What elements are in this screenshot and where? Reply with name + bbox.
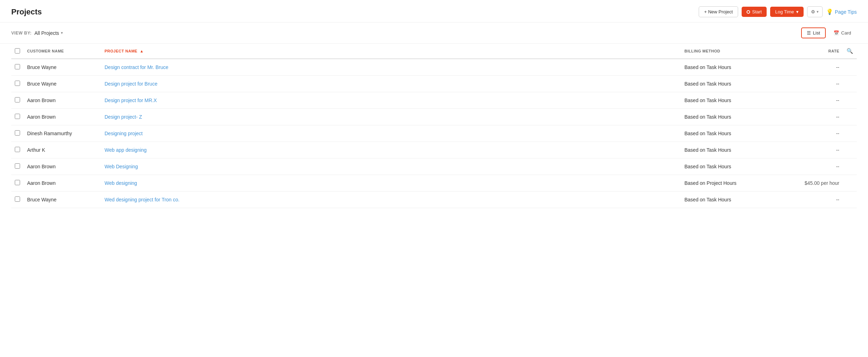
row-checkbox-cell[interactable]	[11, 175, 24, 192]
log-time-caret-icon: ▾	[796, 9, 799, 14]
row-checkbox-3[interactable]	[15, 114, 20, 119]
project-name-cell[interactable]: Design project for Bruce	[101, 76, 681, 92]
row-action-cell	[843, 59, 857, 76]
table-row: Aaron Brown Web designing Based on Proje…	[11, 175, 857, 192]
customer-name-cell: Arthur K	[24, 142, 101, 158]
select-all-checkbox-header[interactable]	[11, 44, 24, 59]
project-link[interactable]: Design contract for Mr. Bruce	[105, 64, 168, 70]
project-link[interactable]: Design project for MR.X	[105, 98, 157, 103]
search-icon[interactable]: 🔍	[847, 48, 854, 54]
rate-cell: --	[787, 59, 843, 76]
table-row: Dinesh Ramamurthy Designing project Base…	[11, 125, 857, 142]
search-icon-header[interactable]: 🔍	[843, 44, 857, 59]
view-buttons: ☰ List 📅 Card	[801, 27, 857, 38]
row-checkbox-cell[interactable]	[11, 109, 24, 125]
new-project-button[interactable]: + New Project	[699, 6, 738, 17]
rate-cell: --	[787, 76, 843, 92]
customer-name-header: Customer Name	[24, 44, 101, 59]
select-all-checkbox[interactable]	[15, 48, 20, 54]
project-name-cell[interactable]: Design project for MR.X	[101, 92, 681, 109]
row-checkbox-4[interactable]	[15, 130, 20, 136]
all-projects-dropdown[interactable]: All Projects ▾	[34, 30, 63, 36]
table-row: Arthur K Web app designing Based on Task…	[11, 142, 857, 158]
projects-table-container: Customer Name Project Name ▲ Billing Met…	[0, 44, 868, 208]
project-name-cell[interactable]: Wed designing project for Tron co.	[101, 192, 681, 208]
row-checkbox-cell[interactable]	[11, 76, 24, 92]
row-checkbox-7[interactable]	[15, 180, 20, 185]
customer-name-cell: Bruce Wayne	[24, 59, 101, 76]
rate-header: Rate	[787, 44, 843, 59]
table-row: Aaron Brown Design project for MR.X Base…	[11, 92, 857, 109]
rate-cell: --	[787, 92, 843, 109]
rate-cell: --	[787, 192, 843, 208]
billing-method-header: Billing Method	[681, 44, 787, 59]
view-by-label: VIEW BY:	[11, 31, 32, 36]
settings-button[interactable]: ⚙ ▾	[807, 6, 823, 17]
toolbar: VIEW BY: All Projects ▾ ☰ List 📅 Card	[0, 23, 868, 44]
row-checkbox-cell[interactable]	[11, 158, 24, 175]
customer-name-cell: Aaron Brown	[24, 92, 101, 109]
log-time-button[interactable]: Log Time ▾	[770, 7, 803, 17]
view-by-section: VIEW BY: All Projects ▾	[11, 30, 63, 36]
row-checkbox-5[interactable]	[15, 147, 20, 152]
card-view-button[interactable]: 📅 Card	[828, 27, 857, 38]
project-link[interactable]: Web Designing	[105, 164, 138, 169]
billing-method-cell: Based on Task Hours	[681, 59, 787, 76]
project-name-header[interactable]: Project Name ▲	[101, 44, 681, 59]
table-row: Bruce Wayne Design project for Bruce Bas…	[11, 76, 857, 92]
table-row: Aaron Brown Design project- Z Based on T…	[11, 109, 857, 125]
project-name-cell[interactable]: Web designing	[101, 175, 681, 192]
start-timer-icon	[747, 10, 750, 14]
table-header-row: Customer Name Project Name ▲ Billing Met…	[11, 44, 857, 59]
projects-table: Customer Name Project Name ▲ Billing Met…	[11, 44, 857, 208]
row-checkbox-cell[interactable]	[11, 125, 24, 142]
page-tips-button[interactable]: 💡 Page Tips	[826, 8, 857, 15]
project-name-cell[interactable]: Web app designing	[101, 142, 681, 158]
customer-name-cell: Aaron Brown	[24, 175, 101, 192]
settings-caret-icon: ▾	[817, 10, 819, 14]
row-checkbox-cell[interactable]	[11, 59, 24, 76]
project-link[interactable]: Web designing	[105, 180, 137, 186]
project-link[interactable]: Web app designing	[105, 147, 147, 153]
gear-icon: ⚙	[811, 9, 815, 14]
list-view-button[interactable]: ☰ List	[801, 27, 826, 38]
billing-method-cell: Based on Task Hours	[681, 92, 787, 109]
billing-method-cell: Based on Task Hours	[681, 158, 787, 175]
row-checkbox-cell[interactable]	[11, 142, 24, 158]
row-action-cell	[843, 158, 857, 175]
customer-name-cell: Aaron Brown	[24, 158, 101, 175]
row-checkbox-6[interactable]	[15, 163, 20, 169]
header-actions: + New Project Start Log Time ▾ ⚙ ▾ 💡 Pag…	[699, 6, 857, 17]
page-title: Projects	[11, 7, 42, 17]
customer-name-cell: Dinesh Ramamurthy	[24, 125, 101, 142]
billing-method-cell: Based on Task Hours	[681, 76, 787, 92]
project-name-cell[interactable]: Design contract for Mr. Bruce	[101, 59, 681, 76]
project-link[interactable]: Design project- Z	[105, 114, 142, 120]
row-action-cell	[843, 92, 857, 109]
rate-cell: --	[787, 125, 843, 142]
start-button[interactable]: Start	[742, 7, 767, 17]
customer-name-cell: Bruce Wayne	[24, 76, 101, 92]
row-checkbox-0[interactable]	[15, 64, 20, 69]
billing-method-cell: Based on Project Hours	[681, 175, 787, 192]
project-name-cell[interactable]: Design project- Z	[101, 109, 681, 125]
rate-cell: --	[787, 158, 843, 175]
row-action-cell	[843, 142, 857, 158]
row-checkbox-2[interactable]	[15, 97, 20, 102]
project-name-cell[interactable]: Web Designing	[101, 158, 681, 175]
billing-method-cell: Based on Task Hours	[681, 125, 787, 142]
row-action-cell	[843, 76, 857, 92]
row-checkbox-1[interactable]	[15, 81, 20, 86]
row-checkbox-cell[interactable]	[11, 192, 24, 208]
project-name-cell[interactable]: Designing project	[101, 125, 681, 142]
row-checkbox-8[interactable]	[15, 196, 20, 202]
project-link[interactable]: Designing project	[105, 131, 143, 136]
row-checkbox-cell[interactable]	[11, 92, 24, 109]
sort-arrow-icon: ▲	[140, 49, 144, 53]
row-action-cell	[843, 125, 857, 142]
row-action-cell	[843, 109, 857, 125]
project-link[interactable]: Wed designing project for Tron co.	[105, 197, 180, 202]
project-link[interactable]: Design project for Bruce	[105, 81, 157, 87]
page-header: Projects + New Project Start Log Time ▾ …	[0, 0, 868, 23]
card-icon: 📅	[834, 30, 839, 36]
